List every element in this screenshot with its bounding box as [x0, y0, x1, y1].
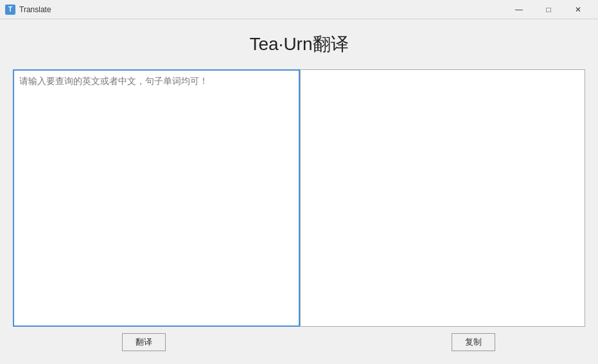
app-icon-label: T	[8, 6, 12, 13]
app-icon: T	[5, 4, 15, 15]
translate-button[interactable]: 翻译	[122, 333, 166, 351]
maximize-button[interactable]: □	[534, 0, 563, 19]
close-button[interactable]: ✕	[563, 0, 593, 19]
minimize-button[interactable]: —	[504, 0, 534, 19]
app-title: Tea·Urn翻译	[13, 32, 585, 56]
title-bar-left: T Translate	[5, 4, 51, 15]
input-textarea[interactable]	[13, 69, 300, 327]
output-textarea[interactable]	[300, 69, 586, 327]
main-content: Tea·Urn翻译 翻译 复制	[0, 19, 598, 364]
window-title: Translate	[19, 5, 51, 14]
buttons-row: 翻译 复制	[13, 327, 585, 354]
text-areas-row	[13, 69, 585, 327]
copy-button[interactable]: 复制	[452, 333, 495, 351]
title-bar-controls: — □ ✕	[504, 0, 593, 19]
title-bar: T Translate — □ ✕	[0, 0, 598, 19]
